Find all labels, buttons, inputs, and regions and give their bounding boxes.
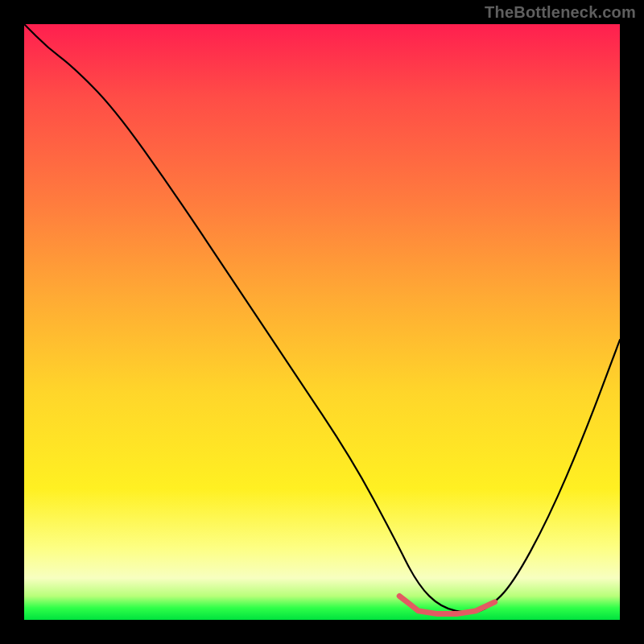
curve-svg bbox=[24, 24, 620, 620]
watermark-text: TheBottleneck.com bbox=[485, 3, 636, 22]
plot-area bbox=[24, 24, 620, 620]
chart-frame: TheBottleneck.com bbox=[0, 0, 644, 644]
bottleneck-curve bbox=[24, 24, 620, 613]
optimal-highlight bbox=[399, 596, 494, 613]
